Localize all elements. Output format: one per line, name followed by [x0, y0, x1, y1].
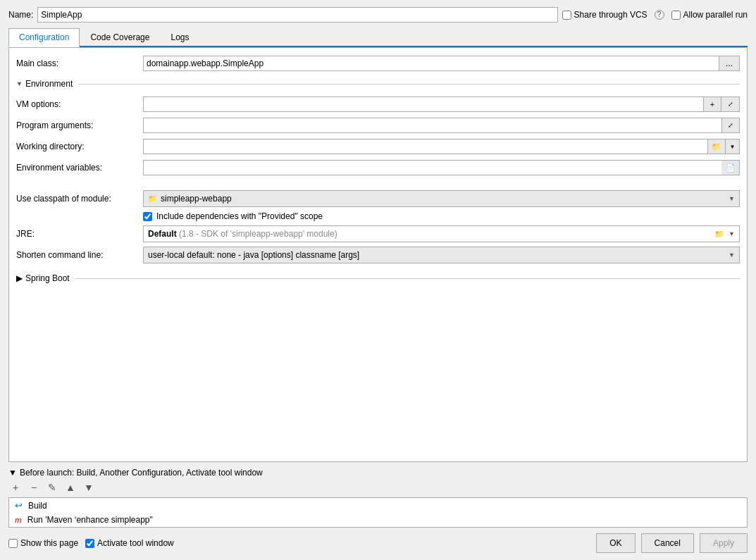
- env-vars-label: Environment variables:: [16, 163, 143, 173]
- parallel-checkbox-label[interactable]: Allow parallel run: [671, 10, 748, 20]
- jre-value: Default (1.8 - SDK of 'simpleapp-webapp'…: [148, 229, 710, 239]
- environment-triangle-icon: ▼: [16, 80, 23, 87]
- before-launch-up-button[interactable]: ▲: [63, 480, 78, 494]
- cancel-button[interactable]: Cancel: [641, 533, 694, 553]
- jre-dropdown-arrow: ▼: [729, 230, 735, 237]
- classpath-label: Use classpath of module:: [16, 194, 143, 204]
- working-dir-label: Working directory:: [16, 142, 143, 151]
- apply-button[interactable]: Apply: [700, 533, 748, 553]
- tab-code-coverage[interactable]: Code Coverage: [80, 28, 160, 46]
- before-launch-list: ↩ Build m Run 'Maven ‘enhance simpleapp": [8, 497, 748, 528]
- program-args-label: Program arguments:: [16, 120, 143, 130]
- main-class-input[interactable]: [143, 56, 719, 71]
- maven-icon: m: [15, 516, 22, 524]
- include-deps-row: Include dependencies with "Provided" sco…: [16, 211, 740, 221]
- activate-window-checkbox-label[interactable]: Activate tool window: [85, 538, 174, 548]
- vm-options-label: VM options:: [16, 99, 143, 109]
- before-launch-triangle-icon: ▼: [8, 468, 17, 478]
- before-launch-label: Before launch: Build, Another Configurat…: [20, 468, 263, 478]
- action-buttons: OK Cancel Apply: [596, 533, 748, 553]
- env-vars-row: Environment variables: 📄: [16, 159, 740, 176]
- maven-label: Run 'Maven ‘enhance simpleapp": [27, 515, 153, 525]
- show-page-label: Show this page: [20, 538, 78, 548]
- shorten-cmdline-label: Shorten command line:: [16, 250, 143, 260]
- jre-folder-button[interactable]: 📁: [710, 226, 729, 242]
- activate-window-checkbox[interactable]: [85, 539, 94, 548]
- main-class-row: Main class: ...: [16, 55, 740, 72]
- vm-options-expand-button[interactable]: ⤢: [721, 97, 740, 112]
- classpath-dropdown-arrow: ▼: [729, 195, 735, 202]
- show-page-checkbox-label[interactable]: Show this page: [8, 538, 78, 548]
- before-launch-item-maven[interactable]: m Run 'Maven ‘enhance simpleapp": [9, 513, 747, 527]
- classpath-dropdown[interactable]: 📁 simpleapp-webapp ▼: [143, 190, 740, 207]
- environment-divider: [78, 84, 740, 85]
- main-class-label: Main class:: [16, 58, 143, 68]
- vcs-checkbox[interactable]: [562, 11, 571, 20]
- program-args-expand-button[interactable]: ⤢: [721, 118, 740, 133]
- vm-options-row: VM options: + ⤢: [16, 96, 740, 113]
- spring-boot-triangle-icon: ▶: [16, 273, 23, 283]
- vm-options-input[interactable]: [143, 97, 703, 112]
- before-launch-edit-button[interactable]: ✎: [45, 480, 59, 494]
- name-input[interactable]: [37, 7, 557, 23]
- vm-options-add-button[interactable]: +: [703, 97, 721, 112]
- vcs-checkbox-label[interactable]: Share through VCS: [562, 10, 647, 20]
- ok-button[interactable]: OK: [596, 533, 635, 553]
- configuration-panel: Main class: ... ▼ Environment VM options…: [8, 47, 748, 462]
- before-launch-toolbar: + − ✎ ▲ ▼: [8, 480, 748, 494]
- working-dir-input[interactable]: [143, 139, 707, 154]
- env-vars-edit-button[interactable]: 📄: [721, 160, 740, 175]
- shorten-cmdline-arrow: ▼: [729, 251, 735, 259]
- before-launch-add-button[interactable]: +: [8, 480, 23, 494]
- jre-row: JRE: Default (1.8 - SDK of 'simpleapp-we…: [16, 225, 740, 242]
- parallel-label: Allow parallel run: [683, 10, 748, 20]
- name-label: Name:: [8, 10, 33, 20]
- tab-configuration[interactable]: Configuration: [8, 28, 80, 47]
- working-dir-dropdown-button[interactable]: ▼: [726, 139, 740, 154]
- before-launch-down-button[interactable]: ▼: [82, 480, 96, 494]
- spring-boot-section-header[interactable]: ▶ Spring Boot: [16, 273, 740, 283]
- program-args-input[interactable]: [143, 118, 721, 133]
- show-page-checkbox[interactable]: [8, 539, 18, 548]
- parallel-checkbox[interactable]: [671, 11, 681, 20]
- shorten-cmdline-dropdown[interactable]: user-local default: none - java [options…: [143, 247, 740, 263]
- before-launch-remove-button[interactable]: −: [27, 480, 41, 494]
- bottom-row: Show this page Activate tool window OK C…: [8, 533, 748, 553]
- include-deps-label: Include dependencies with "Provided" sco…: [156, 211, 323, 221]
- before-launch-section: ▼ Before launch: Build, Another Configur…: [8, 468, 748, 528]
- tabs: Configuration Code Coverage Logs: [8, 28, 748, 47]
- jre-dropdown[interactable]: Default (1.8 - SDK of 'simpleapp-webapp'…: [143, 225, 740, 242]
- env-vars-input[interactable]: [143, 160, 721, 175]
- shorten-cmdline-value: user-local default: none - java [options…: [148, 250, 729, 260]
- environment-label: Environment: [25, 79, 73, 89]
- help-icon[interactable]: ?: [655, 10, 664, 20]
- program-args-row: Program arguments: ⤢: [16, 117, 740, 134]
- spring-boot-divider: [75, 278, 740, 279]
- before-launch-item-build[interactable]: ↩ Build: [9, 498, 747, 513]
- jre-extra-text: (1.8 - SDK of 'simpleapp-webapp' module): [179, 229, 337, 239]
- main-class-browse-button[interactable]: ...: [719, 56, 740, 71]
- vcs-label: Share through VCS: [574, 10, 647, 20]
- working-dir-row: Working directory: 📁 ▼: [16, 138, 740, 155]
- build-icon: ↩: [15, 500, 23, 511]
- classpath-value: simpleapp-webapp: [161, 194, 729, 204]
- classpath-row: Use classpath of module: 📁 simpleapp-web…: [16, 190, 740, 207]
- before-launch-header[interactable]: ▼ Before launch: Build, Another Configur…: [8, 468, 748, 478]
- jre-label: JRE:: [16, 229, 143, 239]
- spring-boot-label: Spring Boot: [25, 273, 70, 283]
- shorten-cmdline-row: Shorten command line: user-local default…: [16, 247, 740, 263]
- tab-logs[interactable]: Logs: [160, 28, 199, 46]
- include-deps-checkbox[interactable]: [143, 212, 152, 221]
- activate-window-label: Activate tool window: [97, 538, 174, 548]
- working-dir-folder-button[interactable]: 📁: [707, 139, 726, 154]
- build-label: Build: [28, 501, 47, 511]
- environment-section-header[interactable]: ▼ Environment: [16, 79, 740, 89]
- jre-default-text: Default: [148, 229, 177, 239]
